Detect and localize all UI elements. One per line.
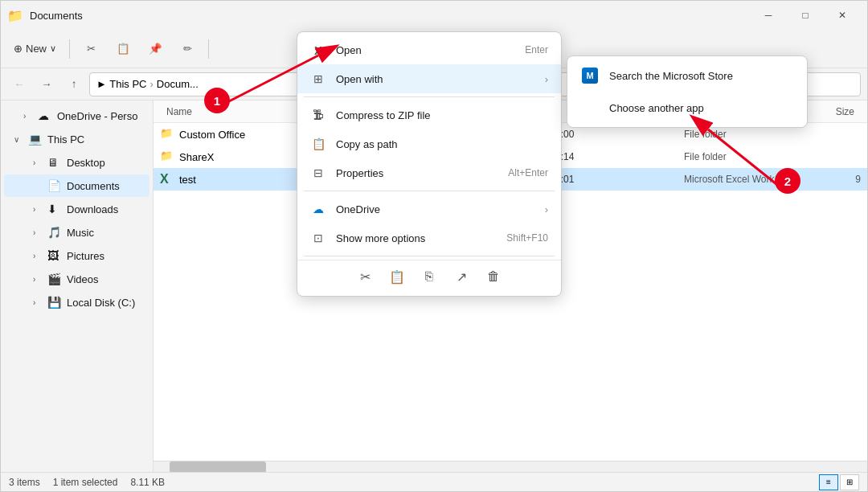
copypath-icon: 📋 (310, 136, 326, 152)
annotation-2: 2 (775, 168, 800, 194)
context-menu-compress[interactable]: 🗜 Compress to ZIP file (297, 100, 561, 129)
cm-open-label: Open (336, 44, 515, 56)
cm-onedrive-arrow: › (545, 203, 548, 215)
cm-onedrive-label: OneDrive (336, 203, 535, 215)
cm-divider3 (304, 256, 555, 256)
pictures-icon: 🖼 (47, 249, 62, 262)
toolbar-separator-2 (208, 39, 209, 59)
new-chevron: ∨ (50, 43, 56, 54)
cm-cut-icon[interactable]: ✂ (352, 264, 378, 289)
cm-divider1 (304, 96, 555, 97)
sidebar-item-pictures[interactable]: › 🖼 Pictures (4, 244, 149, 267)
disk-icon: 💾 (47, 296, 62, 309)
cm-openwith-label: Open with (336, 73, 535, 85)
cm-compress-label: Compress to ZIP file (336, 109, 548, 121)
cm-divider2 (304, 191, 555, 191)
close-button[interactable]: ✕ (824, 2, 861, 28)
context-menu-onedrive[interactable]: ☁ OneDrive › (297, 195, 561, 223)
chevron-icon: › (33, 205, 43, 214)
chevron-icon: › (33, 228, 43, 237)
onedrive-icon: ☁ (38, 109, 52, 122)
chevron-icon: › (33, 252, 43, 260)
folder-icon: 📁 (160, 150, 174, 164)
sidebar-item-label: Videos (67, 273, 99, 285)
excel-cm-icon: X (310, 42, 326, 58)
excel-icon: X (160, 172, 174, 187)
view-controls: ≡ ⊞ (819, 474, 859, 490)
music-icon: 🎵 (47, 226, 62, 239)
cm-copypath-label: Copy as path (336, 138, 548, 150)
new-label: New (26, 43, 47, 55)
openwith-icon: ⊞ (310, 71, 326, 87)
cm-arrow-icon: › (545, 73, 548, 85)
sidebar-item-desktop[interactable]: › 🖥 Desktop (4, 151, 149, 174)
cm-properties-shortcut: Alt+Enter (508, 167, 548, 178)
file-type: File folder (684, 151, 796, 162)
cut-button[interactable]: ✂ (76, 35, 105, 64)
zip-icon: 🗜 (310, 107, 326, 123)
context-menu-copy-path[interactable]: 📋 Copy as path (297, 129, 561, 158)
sidebar-item-label: Pictures (67, 250, 104, 262)
grid-view-button[interactable]: ⊞ (840, 474, 859, 490)
rename-button[interactable]: ✏ (173, 35, 202, 64)
chevron-icon: › (33, 298, 43, 307)
store-icon: M (580, 66, 600, 85)
context-menu-show-more[interactable]: ⊡ Show more options Shift+F10 (297, 223, 561, 252)
sidebar-item-label: Documents (67, 180, 120, 192)
context-menu-properties[interactable]: ⊟ Properties Alt+Enter (297, 158, 561, 187)
forward-button[interactable]: → (35, 72, 59, 96)
sidebar-item-downloads[interactable]: › ⬇ Downloads (4, 198, 149, 220)
cm-delete-icon[interactable]: 🗑 (481, 264, 506, 289)
items-count: 3 items (9, 477, 40, 488)
horizontal-scrollbar[interactable] (154, 461, 867, 472)
cm-paste-icon[interactable]: ⎘ (416, 264, 442, 289)
window-controls: ─ □ ✕ (750, 2, 861, 28)
sidebar-item-label: Music (67, 227, 94, 239)
breadcrumb-part2: Docum... (157, 78, 199, 90)
sidebar-item-documents[interactable]: 📄 Documents (4, 174, 149, 197)
copy-button[interactable]: 📋 (108, 35, 137, 64)
scrollbar-thumb[interactable] (170, 461, 266, 472)
context-menu-open-with[interactable]: ⊞ Open with › (297, 64, 561, 93)
file-date: 2:00 (555, 129, 684, 140)
folder-icon: 📁 (160, 127, 174, 141)
maximize-button[interactable]: □ (787, 2, 824, 28)
sidebar-item-onedrive[interactable]: › ☁ OneDrive - Perso (4, 105, 149, 127)
sidebar-item-label: Desktop (67, 157, 105, 169)
cm-share-icon[interactable]: ↗ (448, 264, 474, 289)
minimize-button[interactable]: ─ (750, 2, 787, 28)
list-view-button[interactable]: ≡ (819, 474, 838, 490)
videos-icon: 🎬 (47, 273, 62, 285)
new-icon: ⊕ (14, 43, 23, 55)
choose-app-icon (580, 98, 600, 117)
sidebar-item-music[interactable]: › 🎵 Music (4, 221, 149, 244)
chevron-icon: ∨ (14, 135, 23, 144)
cm-showmore-shortcut: Shift+F10 (506, 232, 548, 244)
onedrive-cm-icon: ☁ (310, 201, 326, 217)
downloads-icon: ⬇ (47, 203, 62, 215)
submenu-item-choose-app[interactable]: Choose another app (567, 92, 807, 124)
sidebar-item-localdisk[interactable]: › 💾 Local Disk (C:) (4, 291, 149, 314)
submenu-store-label: Search the Microsoft Store (609, 70, 733, 82)
new-button[interactable]: ⊕ New ∨ (7, 35, 63, 64)
pc-icon: 💻 (28, 133, 43, 146)
context-menu-open[interactable]: X Open Enter (297, 35, 561, 64)
submenu-item-store[interactable]: M Search the Microsoft Store (567, 59, 807, 92)
properties-icon: ⊟ (310, 165, 326, 181)
up-button[interactable]: ↑ (62, 72, 86, 96)
window-icon: 📁 (7, 8, 23, 23)
cm-showmore-label: Show more options (336, 232, 497, 244)
back-button[interactable]: ← (7, 72, 31, 96)
file-date: 0:14 (555, 151, 684, 162)
cm-copy-icon[interactable]: 📋 (384, 264, 410, 289)
sidebar-item-thispc[interactable]: ∨ 💻 This PC (4, 128, 149, 150)
file-date: 2:01 (555, 174, 684, 185)
sidebar-item-label: OneDrive - Perso (57, 110, 137, 122)
paste-button[interactable]: 📌 (141, 35, 170, 64)
desktop-icon: 🖥 (47, 156, 62, 169)
cm-open-shortcut: Enter (525, 44, 548, 55)
chevron-icon: › (23, 112, 33, 121)
cm-icons-row: ✂ 📋 ⎘ ↗ 🗑 (297, 260, 561, 293)
sidebar-item-videos[interactable]: › 🎬 Videos (4, 268, 149, 290)
toolbar-separator (69, 39, 70, 59)
